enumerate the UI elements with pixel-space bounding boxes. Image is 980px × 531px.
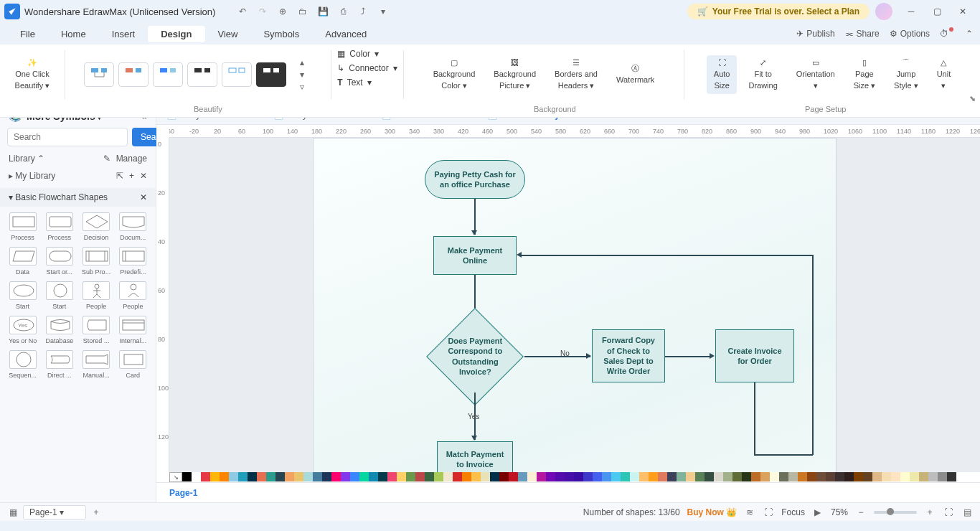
color-swatch[interactable] xyxy=(499,472,509,481)
color-swatch[interactable] xyxy=(378,472,387,481)
orientation-button[interactable]: ▭Orientation▾ xyxy=(789,55,842,93)
shape-docum[interactable]: Docum... xyxy=(116,211,150,243)
page-setup-launcher[interactable]: ⬊ xyxy=(969,94,976,103)
fit-to-drawing-button[interactable]: ⤢Fit toDrawing xyxy=(741,55,784,93)
color-swatch[interactable] xyxy=(798,472,807,481)
trial-banner[interactable]: 🛒 Your Free Trial is over. Select a Plan xyxy=(687,4,870,19)
shape-people[interactable]: People xyxy=(80,280,113,311)
focus-button[interactable]: Focus xyxy=(781,507,805,517)
options-button[interactable]: ⚙ Options xyxy=(890,29,930,39)
style-scroll-up[interactable]: ▴ xyxy=(292,57,312,68)
shape-internal[interactable]: Internal... xyxy=(116,314,150,346)
color-swatch[interactable] xyxy=(257,472,266,481)
color-swatch[interactable] xyxy=(425,472,434,481)
style-preset-1[interactable] xyxy=(84,62,114,87)
node-make-payment[interactable]: Make Payment Online xyxy=(433,236,517,275)
minimize-button[interactable]: ─ xyxy=(898,1,924,22)
zoom-in-button[interactable]: + xyxy=(924,507,936,518)
color-swatch[interactable] xyxy=(294,472,303,481)
color-swatch[interactable] xyxy=(359,472,369,481)
color-swatch[interactable] xyxy=(593,472,602,481)
shape-startor[interactable]: Start or... xyxy=(42,245,76,277)
shape-stored[interactable]: Stored ... xyxy=(80,314,113,346)
manage-button[interactable]: ✎ Manage xyxy=(103,154,147,164)
color-swatch[interactable] xyxy=(350,472,359,481)
color-swatch[interactable] xyxy=(649,472,658,481)
color-swatch[interactable] xyxy=(509,472,518,481)
connector[interactable] xyxy=(812,255,814,455)
color-swatch[interactable] xyxy=(210,472,220,481)
color-swatch[interactable] xyxy=(387,472,397,481)
panel-toggle-icon[interactable]: ▤ xyxy=(961,507,973,518)
color-swatch[interactable] xyxy=(443,472,453,481)
shape-yesorno[interactable]: YesYes or No xyxy=(6,314,39,346)
color-swatch[interactable] xyxy=(611,472,621,481)
color-swatch[interactable] xyxy=(369,472,378,481)
menu-insert[interactable]: Insert xyxy=(99,26,149,42)
color-swatch[interactable] xyxy=(434,472,443,481)
color-swatch[interactable] xyxy=(565,472,574,481)
background-picture-button[interactable]: 🖼BackgroundPicture ▾ xyxy=(486,55,543,93)
shape-data[interactable]: Data xyxy=(6,245,39,277)
color-swatch[interactable] xyxy=(397,472,406,481)
page-nav-icon[interactable]: ▦ xyxy=(7,507,19,518)
page-selector[interactable]: Page-1 ▾ xyxy=(23,505,86,520)
page[interactable]: Paying Petty Cash for an office Purchase… xyxy=(313,138,837,472)
user-avatar[interactable] xyxy=(875,3,892,20)
color-swatch[interactable] xyxy=(835,472,844,481)
notifications-button[interactable]: ⏱ xyxy=(940,29,956,39)
color-swatch[interactable] xyxy=(555,472,565,481)
color-swatch[interactable] xyxy=(574,472,583,481)
undo-button[interactable]: ↶ xyxy=(232,1,253,22)
shape-process[interactable]: Process xyxy=(6,211,39,243)
color-swatch[interactable] xyxy=(732,472,742,481)
shape-decision[interactable]: Decision xyxy=(80,211,113,243)
print-button[interactable]: ⎙ xyxy=(333,1,353,22)
save-button[interactable]: 💾 xyxy=(313,1,333,22)
color-swatch[interactable] xyxy=(947,472,956,481)
close-button[interactable]: ✕ xyxy=(950,1,976,22)
page-size-button[interactable]: ▯PageSize ▾ xyxy=(847,55,882,93)
fullscreen-icon[interactable]: ⛶ xyxy=(943,507,954,518)
color-swatch[interactable] xyxy=(910,472,919,481)
color-swatch[interactable] xyxy=(816,472,826,481)
color-swatch[interactable] xyxy=(546,472,555,481)
connector[interactable] xyxy=(474,199,476,235)
watermark-button[interactable]: ⒶWatermark xyxy=(609,61,661,88)
layers-icon[interactable]: ≋ xyxy=(744,507,755,518)
color-swatch[interactable] xyxy=(481,472,490,481)
node-start[interactable]: Paying Petty Cash for an office Purchase xyxy=(425,160,525,199)
color-swatch[interactable] xyxy=(677,472,686,481)
lib-close-icon[interactable]: ✕ xyxy=(140,171,147,181)
color-swatch[interactable] xyxy=(248,472,257,481)
color-swatch[interactable] xyxy=(723,472,732,481)
color-swatch[interactable] xyxy=(705,472,714,481)
color-swatch[interactable] xyxy=(742,472,751,481)
text-dropdown[interactable]: T Text ▾ xyxy=(337,77,397,88)
color-swatch[interactable] xyxy=(201,472,210,481)
style-preset-5[interactable] xyxy=(222,62,252,87)
unit-button[interactable]: △Unit▾ xyxy=(930,55,958,93)
color-swatch[interactable] xyxy=(891,472,900,481)
qat-more-icon[interactable]: ▾ xyxy=(373,1,393,22)
canvas[interactable]: Paying Petty Cash for an office Purchase… xyxy=(169,138,980,472)
color-swatch[interactable] xyxy=(453,472,462,481)
menu-file[interactable]: File xyxy=(7,26,48,42)
style-preset-3[interactable] xyxy=(153,62,183,87)
node-match-payment[interactable]: Match Payment to Invoice xyxy=(437,441,513,472)
export-button[interactable]: ⤴ xyxy=(353,1,373,22)
publish-button[interactable]: ✈ Publish xyxy=(796,29,834,39)
color-swatch[interactable] xyxy=(471,472,481,481)
color-swatch[interactable] xyxy=(695,472,705,481)
color-swatch[interactable] xyxy=(527,472,537,481)
connector[interactable] xyxy=(521,255,813,256)
color-swatch[interactable] xyxy=(928,472,938,481)
play-icon[interactable]: ▶ xyxy=(812,507,824,518)
color-swatch[interactable] xyxy=(602,472,611,481)
my-library-item[interactable]: ▸ My Library xyxy=(9,171,55,181)
color-swatch[interactable] xyxy=(807,472,816,481)
menu-view[interactable]: View xyxy=(205,26,251,42)
color-swatch[interactable] xyxy=(313,472,322,481)
shape-people[interactable]: People xyxy=(116,280,150,311)
color-swatch[interactable] xyxy=(779,472,788,481)
